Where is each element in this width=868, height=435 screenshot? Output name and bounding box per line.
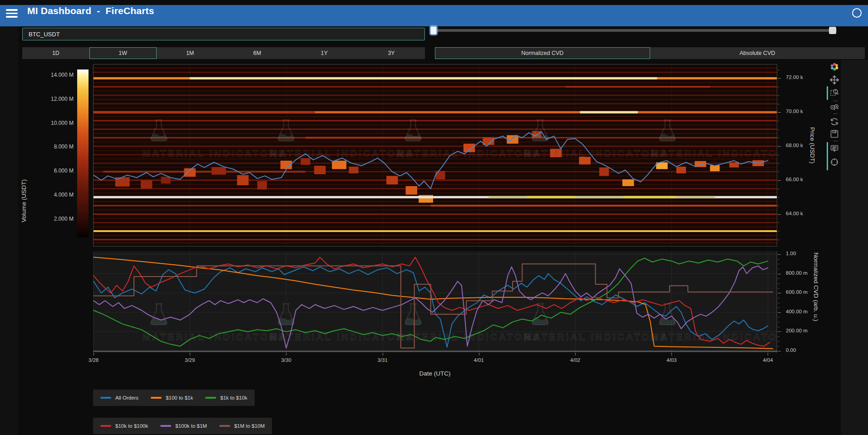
modebar-separator — [833, 141, 838, 141]
date-tick-label: 3/29 — [178, 357, 201, 363]
colorbar-tick-label: 8.000 M — [41, 143, 74, 150]
cvd-minor-tick — [778, 341, 779, 342]
date-tick-label: 4/01 — [468, 357, 490, 363]
hover-tooltip-icon[interactable] — [830, 144, 839, 153]
price-minor-tick — [778, 240, 779, 240]
legend-swatch — [151, 397, 162, 399]
save-camera-icon[interactable] — [830, 129, 839, 138]
cvd-minor-tick — [778, 259, 779, 260]
legend-swatch — [160, 425, 171, 427]
cvd-minor-tick — [778, 336, 779, 337]
colorbar-tick-label: 2.000 M — [41, 216, 74, 222]
app-window: MI Dashboard - FireCharts 1D1W1M6M1Y3Y N… — [0, 0, 868, 435]
pan-icon[interactable] — [830, 75, 839, 84]
legend-item--1k-to-10k[interactable]: $1k to $10k — [205, 395, 247, 400]
price-minor-tick — [778, 138, 779, 138]
timeframe-button-1d[interactable]: 1D — [22, 47, 89, 59]
price-tick — [778, 78, 781, 79]
timeframe-button-1y[interactable]: 1Y — [291, 47, 358, 59]
timeframe-button-group: 1D1W1M6M1Y3Y — [22, 47, 425, 59]
colorbar-tick-label: 12.000 M — [41, 96, 74, 102]
price-minor-tick — [778, 87, 779, 87]
legend-row-2: $10k to $100k$100k to $1M$1M to $10M — [93, 418, 272, 434]
cvd-tick-label: 0.00 — [786, 347, 796, 353]
cvd-minor-tick — [778, 298, 779, 298]
legend-item--100k-to-1m[interactable]: $100k to $1M — [160, 423, 207, 429]
cvd-minor-tick — [778, 346, 779, 346]
price-minor-tick — [778, 163, 779, 163]
modebar-separator — [833, 114, 838, 114]
svg-text:MATERIAL INDICATORS: MATERIAL INDICATORS — [142, 148, 286, 158]
slider-handle-left[interactable] — [430, 26, 437, 35]
price-minor-tick — [778, 121, 779, 121]
date-tick — [190, 353, 190, 356]
cvd-tick-label: 1.00 — [786, 251, 796, 256]
svg-text:MATERIAL INDICATORS: MATERIAL INDICATORS — [523, 331, 667, 342]
price-minor-tick — [778, 129, 779, 130]
date-range-slider[interactable] — [433, 29, 837, 32]
price-tick-label: 70.00 k — [786, 109, 803, 114]
legend-item--100-to-1k[interactable]: $100 to $1k — [151, 395, 193, 400]
cvd-mode-button-group: Normalized CVDAbsolute CVD — [435, 47, 865, 59]
cvd-axis-title: Normalized CVD (arb. u.) — [813, 252, 819, 321]
timeframe-button-1m[interactable]: 1M — [157, 47, 224, 59]
loading-circle-icon[interactable] — [852, 8, 862, 18]
plotly-logo-icon[interactable] — [830, 62, 839, 71]
colorbar-tick-label: 4.000 M — [41, 192, 74, 198]
date-tick — [479, 353, 479, 356]
date-tick — [671, 353, 672, 356]
symbol-input[interactable] — [22, 28, 425, 40]
right-column-background — [841, 60, 868, 435]
modebar-active-indicator — [827, 86, 828, 100]
cvd-tick — [778, 293, 781, 293]
cvd-minor-tick — [778, 264, 779, 264]
price-minor-tick — [778, 206, 779, 206]
cvd-minor-tick — [778, 307, 779, 308]
timeframe-button-3y[interactable]: 3Y — [358, 47, 425, 59]
price-tick-label: 68.00 k — [786, 143, 803, 148]
legend-item--10k-to-100k[interactable]: $10k to $100k — [100, 423, 148, 429]
price-minor-tick — [778, 70, 779, 70]
price-minor-tick — [778, 95, 779, 96]
timeframe-button-6m[interactable]: 6M — [223, 47, 291, 59]
legend-label: $100k to $1M — [175, 423, 207, 429]
normalized-cvd-chart[interactable]: MATERIAL INDICATORSMATERIAL INDICATORSMA… — [93, 251, 777, 353]
date-tick-label: 4/02 — [564, 357, 587, 363]
price-tick-label: 72.00 k — [786, 74, 803, 80]
price-tick — [778, 146, 781, 147]
legend-item-all-orders[interactable]: All Orders — [100, 395, 138, 400]
cvd-tick-label: 400.00 m — [786, 309, 808, 314]
colorbar-tick-label: 6.000 M — [41, 168, 74, 174]
legend-label: $100 to $1k — [166, 395, 193, 400]
cvd-button-absolute-cvd[interactable]: Absolute CVD — [650, 47, 865, 59]
price-minor-tick — [778, 189, 779, 189]
date-tick-label: 4/04 — [756, 357, 779, 363]
cvd-button-normalized-cvd[interactable]: Normalized CVD — [435, 47, 650, 59]
slider-handle-right[interactable] — [829, 27, 836, 34]
date-tick — [768, 353, 768, 356]
modebar-active-indicator — [827, 142, 828, 170]
date-tick — [383, 353, 383, 356]
price-minor-tick — [778, 197, 779, 198]
date-tick — [575, 353, 576, 356]
volume-axis-title: Volume (USDT) — [20, 179, 27, 222]
box-zoom-icon[interactable] — [830, 88, 839, 97]
spike-crosshair-icon[interactable] — [830, 158, 839, 167]
timeframe-button-1w[interactable]: 1W — [89, 47, 157, 59]
zoom-in-out-icon[interactable] — [830, 104, 839, 113]
price-minor-tick — [778, 172, 779, 172]
legend-swatch — [205, 397, 216, 399]
cvd-tick — [778, 312, 781, 313]
date-tick-label: 3/31 — [371, 357, 394, 363]
cvd-minor-tick — [778, 317, 779, 317]
menu-icon[interactable] — [6, 7, 18, 19]
cvd-tick-label: 200.00 m — [786, 328, 808, 333]
price-minor-tick — [778, 222, 779, 223]
legend-item--1m-to-10m[interactable]: $1M to $10M — [219, 423, 265, 429]
reset-axes-icon[interactable] — [830, 117, 839, 126]
price-minor-tick — [778, 104, 779, 104]
left-rail — [0, 26, 18, 435]
cvd-minor-tick — [778, 322, 779, 322]
liquidity-heatmap-chart[interactable]: MATERIAL INDICATORSMATERIAL INDICATORSMA… — [93, 64, 777, 247]
cvd-tick — [778, 331, 781, 332]
